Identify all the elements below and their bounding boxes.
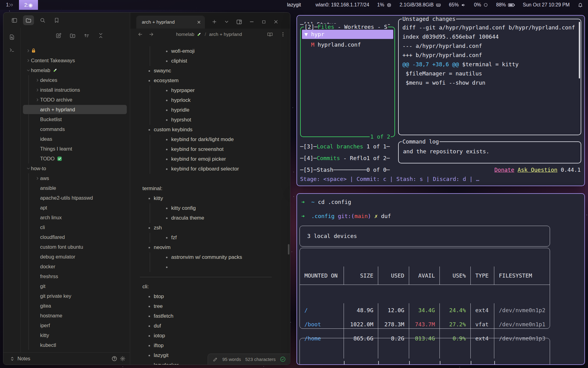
explorer-folder-plus-button[interactable] (68, 32, 77, 40)
toggle-right-sidebar-button[interactable] (236, 19, 242, 26)
duf-cell: /dev/nvme0n1p1 (494, 317, 550, 332)
file-row-0[interactable]: ▼ hypr (302, 30, 393, 39)
folder-icon (25, 17, 32, 23)
explorer-sort-button[interactable] (82, 32, 91, 40)
tree-item-bucketlist[interactable]: Bucketlist (21, 114, 130, 124)
terminal-prompt-icon (9, 47, 15, 53)
file-tree: Content Takeawayshomelabdevicesinstall i… (21, 46, 130, 350)
breadcrumb-parent[interactable]: homelab (176, 32, 194, 37)
toolbar-search-button[interactable] (37, 15, 48, 25)
help-icon[interactable] (111, 356, 117, 362)
chevron-right-icon[interactable] (35, 98, 40, 102)
settings-gear-icon[interactable] (120, 356, 126, 362)
more-options-icon[interactable] (280, 32, 286, 37)
workspace-1[interactable]: 1:○ (0, 0, 19, 10)
chevron-right-icon[interactable] (25, 58, 31, 63)
tree-item-how-to[interactable]: how-to (21, 163, 130, 173)
battery-level-text: 88% (496, 2, 506, 8)
new-tab-button[interactable] (212, 19, 217, 26)
explorer-square-pen-button[interactable] (54, 32, 63, 40)
workspace-2[interactable]: 2:◉ (19, 0, 38, 10)
bullet-dot (166, 51, 168, 52)
tab-arch-hyprland[interactable]: arch + hyprland (136, 16, 205, 29)
tree-item-commands[interactable]: commands (21, 124, 130, 134)
tree-item-arch-linux[interactable]: arch linux (21, 213, 130, 222)
reading-mode-book-icon[interactable] (267, 32, 273, 37)
toolbar-panel-left-button[interactable] (9, 15, 20, 25)
tree-item-things-i-learnt[interactable]: Things I learnt (21, 144, 130, 154)
tree-item-locked[interactable] (21, 46, 130, 56)
tree-item-content-takeaways[interactable]: Content Takeaways (21, 56, 130, 65)
tree-item-todo[interactable]: TODO (21, 154, 130, 163)
vault-footer: Notes (3, 352, 130, 365)
toolbar-bookmark-button[interactable] (51, 15, 62, 25)
tree-item-ansible[interactable]: ansible (21, 183, 130, 193)
breadcrumb-current[interactable]: arch + hyprland (209, 32, 242, 37)
note-line: kitty config (130, 203, 290, 213)
file-row-1[interactable]: M hyprland.conf (302, 40, 393, 49)
bullet-dot (166, 149, 168, 150)
donate-link[interactable]: Donate (494, 167, 514, 173)
bullet-text: lazydocker (154, 360, 179, 365)
duf-cell: vfat (471, 317, 494, 332)
tree-item-homelab[interactable]: homelab (21, 65, 130, 75)
ribbon-file-search-button[interactable] (6, 32, 17, 42)
tree-item-ideas[interactable]: ideas (21, 134, 130, 144)
tree-item-iperf[interactable]: iperf (21, 320, 130, 330)
vault-name[interactable]: Notes (17, 356, 30, 362)
chevron-down-icon[interactable] (25, 166, 31, 171)
tree-item-install-instructions[interactable]: install instructions (21, 85, 130, 95)
tree-item-kubectl[interactable]: kubectl (21, 340, 130, 350)
tree-item-debug-emulator[interactable]: debug emulator (21, 252, 130, 262)
tree-item-cli[interactable]: cli (21, 222, 130, 232)
window-minimize-button[interactable] (249, 19, 254, 26)
toolbar-folder-button[interactable] (23, 15, 34, 25)
tree-item-cloudflared[interactable]: cloudflared (21, 232, 130, 242)
tree-item-label (31, 48, 36, 53)
tab-list-button[interactable] (224, 19, 229, 26)
bullet-text: hyprlock (171, 95, 190, 105)
tree-item-apache2-utils-htpasswd[interactable]: apache2-utils htpasswd (21, 193, 130, 203)
diff-scrollbar[interactable] (579, 22, 580, 79)
tab-close-icon[interactable] (197, 20, 201, 25)
tree-item-freshrss[interactable]: freshrss (21, 271, 130, 281)
editor-scrollbar[interactable] (288, 244, 289, 255)
window-maximize-button[interactable] (261, 19, 266, 26)
tree-item-arch-hyprland[interactable]: arch + hyprland (21, 105, 130, 114)
chevron-right-icon[interactable] (35, 78, 40, 82)
tree-item-todo-archive[interactable]: TODO archive (21, 95, 130, 105)
chevron-right-icon[interactable] (25, 48, 31, 53)
chevrons-up-down-icon[interactable] (9, 356, 15, 362)
tree-item-git-private-key[interactable]: git private key (21, 291, 130, 301)
chevron-right-icon[interactable] (35, 176, 40, 181)
tree-item-label: git private key (40, 293, 71, 299)
tree-item-apt[interactable]: apt (21, 203, 130, 213)
tree-item-gitea[interactable]: gitea (21, 301, 130, 311)
back-arrow-icon[interactable] (138, 32, 143, 37)
note-line: wofi-emoji (130, 46, 290, 56)
explorer-collapse-button[interactable] (96, 32, 105, 40)
tree-item-custom-font-ubuntu[interactable]: custom font ubuntu (21, 242, 130, 252)
tree-item-kitty[interactable]: kitty (21, 330, 130, 340)
lazygit-branches-panel[interactable]: ─[3]─Local branches 1 of 1─ (300, 142, 395, 151)
tree-item-docker[interactable]: docker (21, 262, 130, 271)
bullet-dot (149, 306, 150, 307)
tree-item-git[interactable]: git (21, 281, 130, 291)
lazygit-stash-panel[interactable]: ─[5]─Stash──────────0 of 0─ (300, 165, 395, 174)
memory-usage: 2.1GiB/38.8GiB (400, 2, 441, 8)
tree-item-aws[interactable]: aws (21, 173, 130, 183)
lazygit-files-panel[interactable]: [2]─Files - Worktrees - S ▼ hypr M hyprl… (300, 27, 395, 137)
ask-question-link[interactable]: Ask Question (518, 167, 557, 173)
terminal-content[interactable]: ➜ ~ cd .config ➜ .config git:(main) ✗ du… (297, 194, 584, 364)
forward-arrow-icon[interactable] (149, 32, 154, 37)
paragraph-text: terminal: (142, 184, 162, 194)
chevron-right-icon[interactable] (35, 88, 40, 92)
window-close-button[interactable] (273, 19, 279, 26)
note-content[interactable]: wofi-emojicliphistswayncecosystemhyprpap… (130, 40, 290, 365)
lazygit-commits-panel[interactable]: ─[4]─Commits - Reflo1 of 2─ (300, 154, 395, 163)
tree-item-hostname[interactable]: hostname (21, 311, 130, 320)
chevron-down-icon[interactable] (25, 68, 31, 73)
ribbon-terminal-prompt-button[interactable] (6, 45, 17, 55)
bullet-dot (149, 227, 150, 229)
tree-item-devices[interactable]: devices (21, 75, 130, 85)
